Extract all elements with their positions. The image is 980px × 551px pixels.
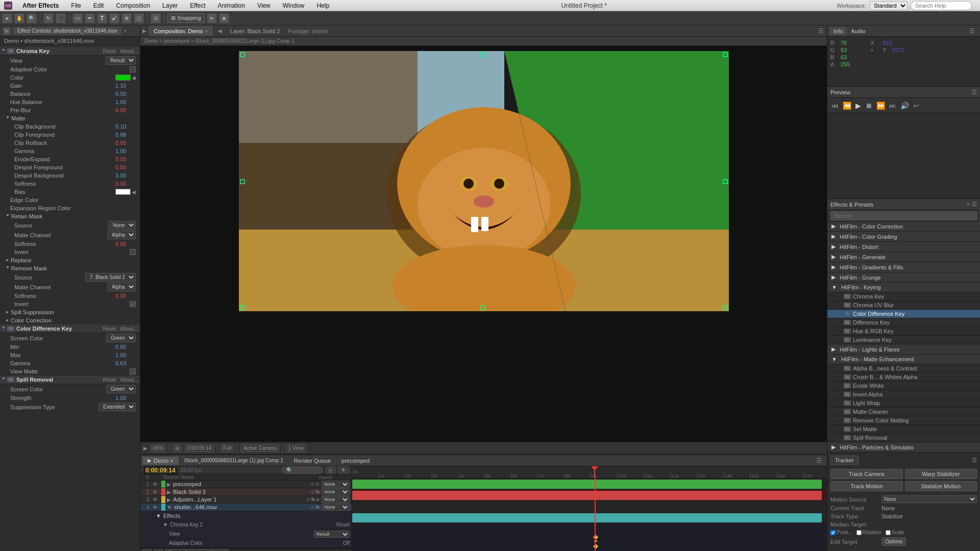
matte-section-header[interactable]: Matte xyxy=(0,114,140,122)
posit-checkbox[interactable] xyxy=(830,530,836,535)
preview-tab[interactable]: Preview xyxy=(830,89,850,95)
retain-mask-header[interactable]: Retain Mask xyxy=(0,212,140,220)
sr-screen-dropdown[interactable]: Green xyxy=(106,385,136,393)
ck-color-swatch[interactable] xyxy=(115,74,131,81)
ep-cat-generate-header[interactable]: ▶ HitFilm - Generate xyxy=(827,252,980,262)
preview-prev-frame[interactable]: ⏪ xyxy=(843,102,851,110)
preview-stop[interactable]: ⏹ xyxy=(865,102,872,110)
menu-effect[interactable]: Effect xyxy=(188,2,207,9)
sr-suppression-dropdown[interactable]: Extended xyxy=(99,403,136,411)
preview-fwd-end[interactable]: ⏭ xyxy=(889,102,896,110)
layer-4-chroma-key2[interactable]: ▼ Chroma Key 2 Reset xyxy=(140,520,352,530)
ep-luminance-key[interactable]: fx Luminance Key xyxy=(827,336,980,344)
vc-fit-btn[interactable]: ⊞ xyxy=(173,444,182,452)
layer-3[interactable]: 3 👁 ▶ Adjustm...Layer 1 ⊙ fx ◈ None xyxy=(140,496,352,504)
ep-remove-color-matting[interactable]: fx Remove Color Matting xyxy=(827,416,980,425)
layer-4-parent[interactable]: None xyxy=(322,504,350,511)
viewer-content[interactable] xyxy=(140,46,827,442)
layer-3-parent[interactable]: None xyxy=(322,496,350,503)
menu-file[interactable]: File xyxy=(69,2,83,9)
ep-close[interactable]: × xyxy=(967,201,970,208)
comp-tab[interactable]: Composition: Demo × xyxy=(149,26,214,36)
tl-motion-blur[interactable]: ◷ xyxy=(326,466,335,474)
layer-4-eye[interactable]: 👁 xyxy=(153,505,160,510)
tool-zoom[interactable]: 🔍 xyxy=(27,13,37,23)
layer-3-eye[interactable]: 👁 xyxy=(153,497,160,503)
workspace-selector[interactable]: Standard xyxy=(869,1,908,10)
remove-mask-header[interactable]: Remove Mask xyxy=(0,264,140,272)
layer-1-parent[interactable]: None xyxy=(322,481,350,488)
remm-invert-checkbox[interactable] xyxy=(130,301,136,307)
chroma-key-header[interactable]: fx Chroma Key Reset About... xyxy=(0,47,140,56)
ep-cat-keying-header[interactable]: ▼ HitFilm - Keying xyxy=(827,283,980,292)
layer-1[interactable]: 1 👁 ▶ precomped ⊙ fx None xyxy=(140,481,352,488)
ep-cat-gradients-header[interactable]: ▶ HitFilm - Gradients & Fills xyxy=(827,262,980,272)
menu-composition[interactable]: Composition xyxy=(114,2,152,9)
tl-panel-menu[interactable]: ☰ xyxy=(813,457,825,464)
vc-quality[interactable]: Full xyxy=(220,444,234,452)
menu-view[interactable]: View xyxy=(255,2,273,9)
ck-bias-swatch[interactable] xyxy=(115,189,131,195)
options-button[interactable]: Options xyxy=(881,537,906,546)
tool-stamp[interactable]: ⊕ xyxy=(121,13,132,23)
tl-tab-istock[interactable]: iStock_000005088031Large (1).jpg Comp 1 xyxy=(179,457,289,464)
menu-aftereffects[interactable]: After Effects xyxy=(20,2,61,9)
track-camera-button[interactable]: Track Camera xyxy=(830,469,903,479)
preview-audio[interactable]: 🔊 xyxy=(900,102,909,110)
tool-paint[interactable]: 🖌 xyxy=(109,13,119,23)
info-tab-info[interactable]: Info xyxy=(829,27,847,35)
info-panel-menu[interactable]: ☰ xyxy=(966,28,978,35)
effect-controls-tab[interactable]: Effect Controls: shutterstock_v3811646.m… xyxy=(13,27,121,35)
ep-cat-particles-header[interactable]: ▶ HitFilm - Particles & Simulatio xyxy=(827,442,980,452)
tool-hand[interactable]: ✋ xyxy=(14,13,24,23)
tl-shy[interactable]: 👁 xyxy=(338,466,349,474)
tool-camera[interactable]: 🎥 xyxy=(56,13,66,23)
ep-cat-color-grading-header[interactable]: ▶ HitFilm - Color Grading xyxy=(827,232,980,242)
tracker-posit-check[interactable]: Posit... xyxy=(830,530,852,535)
tl-add-keyframe[interactable]: ⊕ xyxy=(142,549,152,551)
ep-set-matte[interactable]: fx Set Matte xyxy=(827,425,980,434)
color-correction-header[interactable]: Color Correction xyxy=(0,316,140,324)
tool-eraser[interactable]: ◻ xyxy=(134,13,144,23)
menu-window[interactable]: Window xyxy=(281,2,307,9)
rotation-checkbox[interactable] xyxy=(856,530,862,535)
ep-crush-blacks[interactable]: fx Crush B... & Whites Alpha xyxy=(827,373,980,382)
motion-source-dropdown[interactable]: None xyxy=(881,495,977,503)
ep-alpha-brightness[interactable]: fx Alpha B...ness & Contrast xyxy=(827,364,980,373)
rm-invert-checkbox[interactable] xyxy=(130,249,136,255)
tool-extra2[interactable]: ◈ xyxy=(219,13,229,23)
search-help-input[interactable] xyxy=(911,1,972,10)
cdk-screen-dropdown[interactable]: Green xyxy=(106,334,136,342)
preview-panel-menu[interactable]: ☰ xyxy=(971,89,977,96)
spill-suppression-header[interactable]: Spill Suppression xyxy=(0,308,140,316)
snapping-button[interactable]: ⊞ Snapping xyxy=(167,13,205,23)
preview-next-frame[interactable]: ⏩ xyxy=(876,102,885,110)
info-tab-audio[interactable]: Audio xyxy=(847,27,869,35)
remm-source-dropdown[interactable]: 7. Black Solid 2 xyxy=(85,273,136,282)
ep-matte-cleaner[interactable]: fx Matte Cleaner xyxy=(827,408,980,416)
vc-zoom[interactable]: 65% xyxy=(151,444,166,452)
layer-1-eye[interactable]: 👁 xyxy=(153,482,160,487)
layer-2-eye[interactable]: 👁 xyxy=(153,489,160,495)
track-motion-button[interactable]: Track Motion xyxy=(830,481,903,491)
layer-4-open-tri[interactable]: ▼ xyxy=(167,505,172,510)
tracker-tab-label[interactable]: Tracker xyxy=(830,456,859,465)
tool-rect-mask[interactable]: ▭ xyxy=(72,13,83,23)
ep-cat-matte-header[interactable]: ▼ HitFilm - Matte Enhancement xyxy=(827,355,980,364)
switches-modes-btn[interactable]: Toggle Switches / Modes xyxy=(165,549,229,551)
spill-removal-header[interactable]: fx Spill Removal Reset About... xyxy=(0,375,140,384)
remm-matte-dropdown[interactable]: Alpha xyxy=(107,283,136,291)
ck-view-dropdown[interactable]: Result xyxy=(106,56,136,65)
ep-color-diff-key[interactable]: fx Color Difference Key xyxy=(827,310,980,318)
tl-tab-demo[interactable]: ▶ Demo × xyxy=(142,457,179,465)
layer-2-parent[interactable]: None xyxy=(322,488,350,495)
tool-pen[interactable]: ✒ xyxy=(85,13,95,23)
ck-adaptive-checkbox[interactable] xyxy=(130,66,136,72)
preview-loop[interactable]: ↩ xyxy=(913,102,919,110)
ep-menu[interactable]: ☰ xyxy=(972,201,977,208)
tool-select[interactable]: ▸ xyxy=(2,13,12,23)
ep-hue-rgb-key[interactable]: fx Hue & RGB Key xyxy=(827,327,980,336)
rm-source-dropdown[interactable]: None xyxy=(108,221,136,230)
comp-expand[interactable]: ◀ xyxy=(214,28,226,34)
tl-go-first[interactable]: ⊘ xyxy=(154,549,163,551)
